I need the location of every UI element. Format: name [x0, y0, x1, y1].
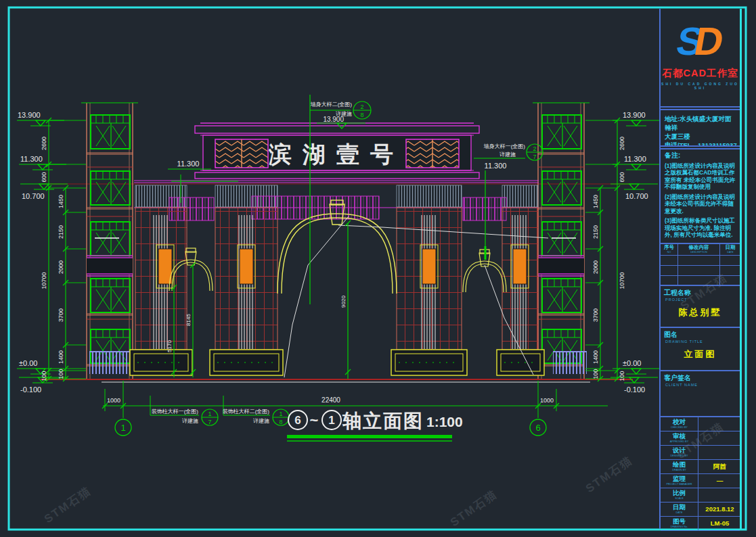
revision-col-header: 修改内容DESCRIPTION [678, 244, 720, 256]
address-line: 地址:水头镇盛大厦对面翰祥 [665, 114, 737, 132]
dim-label: 2000 [58, 260, 64, 274]
caption-scale: 1:100 [426, 414, 463, 429]
right-tower [533, 103, 590, 379]
dim-label: 100 [619, 371, 625, 381]
right-elevation-markers: 13.900 11.300 10.700 ±0.00 -0.100 [610, 111, 660, 394]
client-label: 客户签名 [661, 371, 740, 383]
dim-label: 2600 [619, 137, 625, 150]
drawing-title-label-en: DRAWING TITLE [661, 340, 740, 344]
callout-text: 装饰柱大样一(全图) [152, 408, 199, 415]
studio-logo: SD [661, 16, 740, 67]
dim-label: 1450 [592, 195, 599, 208]
note-item: (1)图纸所述设计内容及说明之版权属石都CAD培训工作室所有 未经本公司书面允许… [665, 162, 737, 191]
revision-table: 序号NO 修改内容DESCRIPTION 日期DATE [661, 244, 740, 286]
sig-row-designed: 设计DESIGNED BY [661, 446, 740, 460]
callout-bottom-1: 1 7 装饰柱大样一(全图) 详建施 [150, 396, 218, 425]
elevation-label: 11.300 [624, 155, 646, 163]
revision-cell [678, 276, 720, 286]
caption-axis: 6 [294, 414, 301, 427]
caption-tilde: ~ [310, 412, 319, 429]
dim-label: 9020 [340, 296, 347, 308]
dim-label: 600 [41, 172, 47, 182]
pillar-1 [130, 208, 192, 375]
callout-right: 2 7 墙身大样一(全图) 详建施 [483, 143, 543, 160]
revision-cell [720, 256, 740, 266]
signature-rows: 校对CHECKED BY 审核APPROVED BY 设计DESIGNED BY… [661, 417, 740, 527]
detail-bubble-den: 8 [279, 419, 282, 425]
drawing-caption: 6 ~ 1 轴立面图 1:100 [287, 411, 463, 441]
callout-text: 详建施 [499, 151, 516, 158]
dim-label: 3700 [592, 308, 599, 322]
note-item: (2)图纸所述设计内容及说明未经本公司书面允许不得随意更改. [665, 193, 737, 215]
elevation-label: 13.900 [323, 116, 344, 123]
sig-row-approved: 审核APPROVED BY [661, 431, 740, 446]
dim-label: 100 [58, 369, 64, 379]
revision-col-header: 日期DATE [720, 244, 740, 256]
dim-label: 600 [619, 172, 625, 182]
address-line: 大厦三楼 [665, 132, 737, 141]
right-dim-chains: 2600 600 10700 100 1450 2150 2000 3700 1… [585, 118, 625, 381]
dim-label: 1400 [58, 350, 64, 364]
revision-cell [720, 266, 740, 276]
capital-hatch-bands [135, 185, 538, 220]
studio-address: 地址:水头镇盛大厦对面翰祥 大厦三楼 电话/TEL。13123115937 [661, 109, 740, 147]
dim-label: 3700 [58, 308, 64, 322]
dim-label: 1000 [540, 397, 554, 404]
cad-sheet: 滨湖壹号 [0, 0, 756, 537]
detail-bubble-den: 8 [360, 112, 363, 118]
drawing-title-value: 立面图 [661, 348, 740, 360]
project-value: 陈总别墅 [661, 306, 740, 319]
axis-bubble: 6 [535, 423, 540, 433]
elevation-label: ±0.00 [19, 359, 37, 367]
caption-title: 轴立面图 [342, 411, 424, 431]
title-block: SD 石都CAD工作室 SHI DU CAD GONG ZUO SHI 地址:水… [659, 9, 742, 529]
drawing-title-section: 图名 DRAWING TITLE 立面图 [661, 328, 740, 371]
dim-label: 2150 [592, 225, 599, 239]
dim-label: 2600 [41, 137, 47, 150]
project-label: 工程名称 [661, 286, 740, 298]
callout-text: 详建施 [182, 418, 198, 424]
client-section: 客户签名 CLIENT NAME [661, 371, 740, 417]
elevation-label: -0.100 [624, 386, 645, 394]
notes-section: 备注: (1)图纸所述设计内容及说明之版权属石都CAD培训工作室所有 未经本公司… [661, 148, 740, 244]
elevation-drawing: 滨湖壹号 [0, 0, 756, 537]
pillar-3 [391, 208, 467, 375]
client-label-en: CLIENT NAME [661, 383, 740, 387]
dim-label: 22400 [321, 396, 340, 404]
note-item: (3)图纸所标备类尺寸以施工现场实地尺寸为准. 除注明外, 所有尺寸均以毫米单位… [665, 217, 737, 239]
dim-label: 100 [41, 371, 47, 381]
dim-label: 2150 [58, 225, 64, 239]
left-tower [81, 103, 138, 379]
callout-text: 装饰柱大样二(全图) [223, 408, 270, 415]
detail-bubble-num: 1 [208, 411, 211, 417]
elevation-label: ±0.00 [623, 359, 641, 367]
elevation-label: -0.100 [20, 386, 41, 394]
studio-name: 石都CAD工作室 [661, 67, 740, 80]
detail-bubble-num: 2 [360, 103, 363, 110]
dim-label: 1000 [107, 397, 120, 404]
callout-top: 2 8 墙身大样二(全图) 详建施 13.900 [310, 101, 371, 129]
phone-line: 电话/TEL。13123115937 [665, 141, 737, 147]
caption-axis: 1 [328, 414, 334, 427]
revision-cell [661, 256, 678, 266]
detail-bubble-den: 7 [533, 154, 536, 160]
dim-label: 1400 [592, 350, 599, 364]
callout-text: 详建施 [253, 418, 269, 424]
revision-cell [678, 256, 720, 266]
sig-row-checked: 校对CHECKED BY [661, 417, 740, 431]
detail-bubble-den: 7 [208, 419, 211, 425]
dim-label: 2000 [592, 260, 599, 274]
studio-name-pinyin: SHI DU CAD GONG ZUO SHI [661, 82, 740, 90]
sig-row-drawn: 绘图DRAWN BY 阿酋 [661, 460, 740, 474]
pillar-2 [210, 208, 283, 375]
dim-label: 100 [592, 369, 599, 379]
project-label-en: PROJECT [661, 298, 740, 302]
elevation-label: 11.300 [485, 162, 507, 170]
detail-bubble-num: 1 [279, 411, 282, 417]
drawing-title-label: 图名 [661, 328, 740, 340]
revision-col-header: 序号NO [661, 244, 678, 256]
project-section: 工程名称 PROJECT 陈总别墅 [661, 286, 740, 328]
callout-bottom-2: 1 8 装饰柱大样二(全图) 详建施 [223, 396, 289, 425]
elevation-label: 11.300 [20, 155, 43, 163]
notes-title: 备注: [665, 152, 737, 160]
